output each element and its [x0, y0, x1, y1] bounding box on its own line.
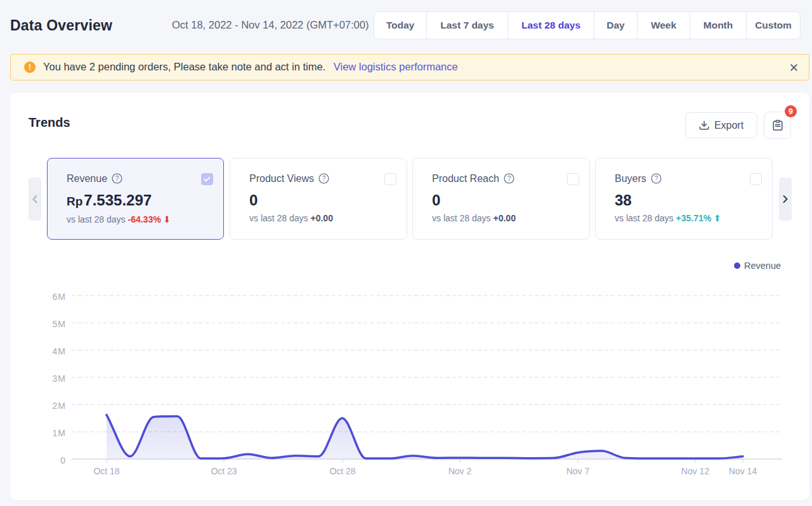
svg-text:Oct 23: Oct 23 — [211, 466, 237, 476]
svg-text:4M: 4M — [53, 346, 66, 356]
svg-text:0: 0 — [60, 455, 66, 465]
svg-text:?: ? — [508, 175, 511, 182]
svg-text:Revenue: Revenue — [744, 261, 781, 271]
svg-text:Nov 2: Nov 2 — [449, 466, 472, 476]
svg-text:Nov 12: Nov 12 — [681, 466, 710, 476]
svg-text:?: ? — [322, 175, 326, 182]
svg-text:6M: 6M — [53, 292, 66, 302]
svg-text:Oct 18: Oct 18 — [93, 466, 119, 476]
svg-text:3M: 3M — [53, 373, 66, 384]
svg-text:1M: 1M — [53, 428, 66, 438]
svg-text:Nov 14: Nov 14 — [729, 466, 757, 476]
svg-text:?: ? — [115, 175, 119, 182]
svg-text:Oct 28: Oct 28 — [329, 466, 355, 476]
svg-text:5M: 5M — [53, 319, 66, 329]
svg-text:?: ? — [655, 175, 658, 182]
svg-text:Nov 7: Nov 7 — [566, 466, 590, 476]
svg-text:2M: 2M — [53, 401, 66, 411]
